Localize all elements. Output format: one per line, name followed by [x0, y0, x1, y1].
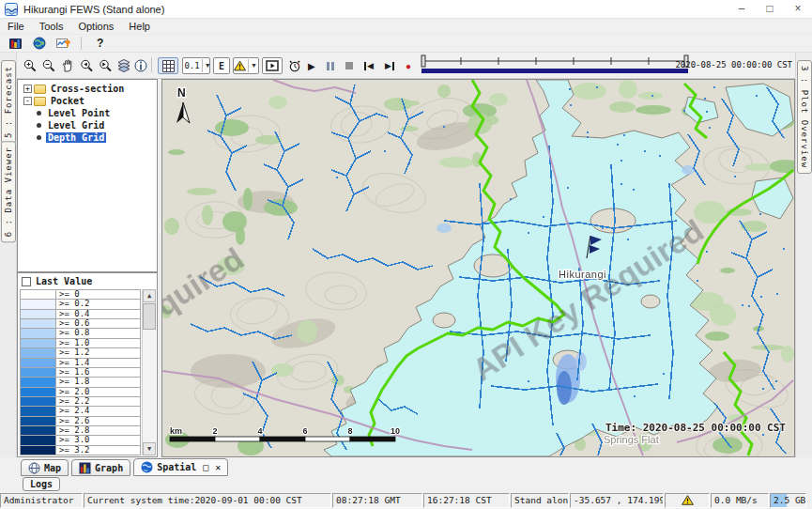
svg-text:10: 10 — [391, 426, 400, 436]
tree-item-depth-grid[interactable]: Depth Grid — [18, 131, 157, 144]
zoom-next-icon[interactable] — [98, 57, 113, 74]
skip-forward-button[interactable]: ▶ — [385, 57, 394, 74]
tab-close-icon[interactable]: ✕ — [215, 462, 221, 472]
logs-row: Logs — [0, 476, 812, 492]
skip-backward-button[interactable]: ◀ — [364, 57, 374, 74]
elevation-legend-button[interactable]: E — [213, 57, 230, 74]
legend-row[interactable]: >= 0.4 — [20, 309, 141, 318]
animation-button[interactable] — [262, 57, 283, 74]
legend-row[interactable]: >= 0.6 — [20, 318, 141, 328]
legend-color-swatch — [21, 290, 56, 299]
legend-color-swatch — [21, 359, 56, 367]
legend-color-swatch — [21, 426, 56, 435]
logs-button[interactable]: Logs — [23, 477, 60, 491]
legend-class-label: >= 2.6 — [56, 417, 140, 425]
tab-graph[interactable]: Graph — [71, 459, 130, 476]
legend-row[interactable]: >= 1.0 — [20, 338, 141, 347]
legend-row[interactable]: >= 1.6 — [20, 367, 141, 377]
menu-item-file[interactable]: File — [0, 19, 32, 34]
close-button[interactable]: × — [784, 0, 812, 18]
legend-class-label: >= 3.0 — [56, 436, 140, 444]
status-coordinates: -35.657 , 174.199 — [570, 493, 664, 508]
map-toolbar: 0.1▼ E ▼ ▶ ◀ ▶ ● 2020-08-25 00:00:00 CST — [17, 53, 795, 79]
scroll-up-icon[interactable]: ▲ — [143, 289, 156, 302]
zoom-in-icon[interactable] — [23, 57, 38, 74]
scrollbar-thumb[interactable] — [143, 303, 156, 330]
legend-class-label: >= 1.2 — [56, 348, 140, 357]
legend-class-label: >= 1.6 — [56, 368, 140, 377]
tree-expander-icon[interactable]: + — [23, 85, 32, 93]
chevron-down-icon: ▼ — [202, 59, 212, 72]
app-logo-icon — [5, 3, 18, 16]
stop-button[interactable] — [345, 57, 353, 74]
grid-scale-dropdown[interactable]: 0.1▼ — [182, 57, 210, 74]
help-button[interactable]: ? — [97, 37, 103, 50]
pan-hand-icon[interactable] — [60, 57, 75, 74]
spatial-map-view[interactable]: API Key Required API Key Required Hikura… — [161, 79, 795, 457]
bar-chart-icon — [79, 462, 91, 474]
right-tab-strip: 3 : Plot Overview — [795, 53, 812, 457]
timer-icon[interactable] — [286, 57, 303, 74]
svg-text:6: 6 — [302, 426, 307, 436]
legend-color-swatch — [21, 378, 56, 386]
legend-row[interactable]: >= 3.2 — [20, 445, 141, 455]
warning-dropdown-button[interactable]: ▼ — [233, 57, 259, 74]
place-label-hikurangi: Hikurangi — [559, 269, 606, 280]
legend-row[interactable]: >= 1.2 — [20, 347, 141, 357]
legend-color-swatch — [21, 319, 56, 328]
tree-item-pocket[interactable]: -Pocket — [18, 95, 157, 107]
legend-row[interactable]: >= 2.4 — [20, 406, 141, 415]
legend-class-label: >= 2.2 — [56, 397, 140, 406]
application-window: Hikurangi FEWS (Stand alone) – □ × FileT… — [0, 0, 812, 509]
legend-row[interactable]: >= 1.8 — [20, 377, 141, 386]
legend-class-label: >= 0.4 — [56, 310, 140, 318]
tree-item-cross-section[interactable]: +Cross-section — [18, 83, 157, 95]
info-icon[interactable] — [133, 57, 148, 74]
pause-button[interactable] — [327, 57, 334, 74]
status-user: Administrator — [0, 493, 83, 508]
tree-item-level-grid[interactable]: Level Grid — [18, 119, 157, 131]
play-button[interactable]: ▶ — [308, 57, 315, 74]
time-slider[interactable] — [398, 55, 689, 72]
left-tab-forecast[interactable]: 5 : Forecast — [1, 60, 16, 144]
last-value-checkbox[interactable] — [22, 277, 31, 286]
legend-row[interactable]: >= 3.0 — [20, 435, 141, 444]
tab-map[interactable]: Map — [21, 459, 69, 476]
map-globe-icon[interactable] — [30, 36, 49, 51]
menu-item-options[interactable]: Options — [70, 19, 121, 34]
left-tab-data-viewer[interactable]: 6 : Data Viewer — [1, 141, 16, 242]
menu-bar: FileToolsOptionsHelp — [0, 19, 812, 35]
maximize-button[interactable]: □ — [756, 0, 784, 18]
logs-database-icon[interactable] — [6, 36, 24, 51]
menu-item-help[interactable]: Help — [121, 19, 158, 34]
legend-class-list: >= 0>= 0.2>= 0.4>= 0.6>= 0.8>= 1.0>= 1.2… — [20, 289, 141, 455]
zoom-previous-icon[interactable] — [79, 57, 94, 74]
legend-row[interactable]: >= 2.6 — [20, 416, 141, 425]
zoom-out-icon[interactable] — [41, 57, 56, 74]
legend-row[interactable]: >= 2.0 — [20, 387, 141, 396]
legend-class-label: >= 0.8 — [56, 329, 140, 337]
menu-item-tools[interactable]: Tools — [32, 19, 71, 34]
layers-icon[interactable] — [116, 57, 131, 74]
legend-row[interactable]: >= 1.4 — [20, 358, 141, 367]
tab-spatial[interactable]: Spatial □ ✕ — [133, 458, 228, 476]
status-transfer-rate: 0.0 MB/s — [711, 493, 769, 508]
scroll-down-icon[interactable]: ▼ — [143, 442, 156, 455]
tab-map-label: Map — [44, 463, 61, 473]
right-tab-plot-overview[interactable]: 3 : Plot Overview — [797, 60, 812, 174]
tree-item-level-point[interactable]: Level Point — [18, 107, 157, 119]
tree-expander-icon[interactable]: - — [23, 97, 32, 105]
legend-scrollbar[interactable]: ▲ ▼ — [142, 289, 156, 455]
legend-row[interactable]: >= 0 — [20, 289, 141, 299]
svg-text:4: 4 — [257, 426, 262, 436]
legend-row[interactable]: >= 2.8 — [20, 425, 141, 435]
minimize-button[interactable]: – — [728, 0, 756, 18]
grid-display-button[interactable] — [158, 57, 178, 74]
legend-row[interactable]: >= 0.2 — [20, 299, 141, 308]
map-globe-wireframe-icon — [28, 462, 40, 474]
tab-maximize-icon[interactable]: □ — [203, 462, 208, 472]
legend-row[interactable]: >= 0.8 — [20, 328, 141, 337]
svg-text:8: 8 — [347, 426, 352, 436]
legend-row[interactable]: >= 2.2 — [20, 396, 141, 406]
timeseries-chart-icon[interactable] — [54, 36, 73, 51]
